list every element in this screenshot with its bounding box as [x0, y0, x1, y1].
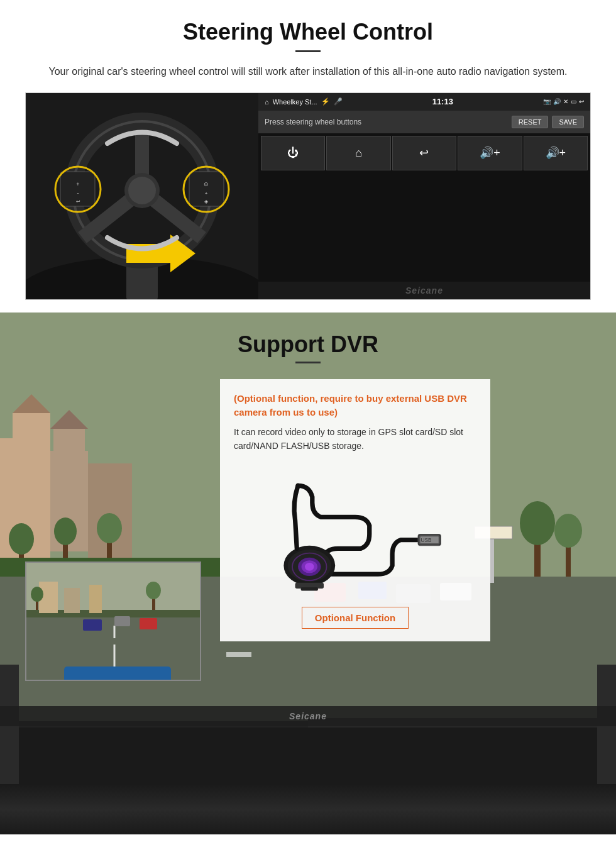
- svg-point-9: [128, 177, 156, 204]
- title-underline: [295, 50, 321, 52]
- dvr-title-underline: [295, 362, 321, 363]
- svg-rect-69: [140, 618, 157, 629]
- android-statusbar: ⌂ Wheelkey St... ⚡ 🎤 11:13 📷 🔊 ✕ ▭ ↩: [258, 93, 590, 111]
- seicane-watermark-dvr: Seicane: [0, 706, 616, 726]
- toolbar-label: Press steering wheel buttons: [265, 118, 361, 126]
- grid-cell-vol-down[interactable]: 🔊+: [524, 136, 588, 170]
- svg-rect-81: [301, 587, 318, 590]
- dvr-optional-text: (Optional function, require to buy exter…: [234, 392, 476, 420]
- mic-icon: 🎤: [334, 97, 343, 106]
- steering-section: Steering Wheel Control Your original car…: [0, 0, 616, 313]
- camera-icon: 📷: [543, 98, 551, 105]
- svg-text:◈: ◈: [204, 199, 209, 204]
- steering-title: Steering Wheel Control: [25, 19, 591, 45]
- grid-cell-home[interactable]: ⌂: [326, 136, 390, 170]
- dvr-camera-svg: USB: [261, 468, 449, 594]
- grid-cell-vol-up[interactable]: 🔊+: [458, 136, 522, 170]
- svg-rect-62: [89, 585, 102, 613]
- back-icon: ↩: [579, 98, 584, 105]
- dvr-left-col: [25, 379, 207, 681]
- toolbar-buttons: RESET SAVE: [512, 116, 584, 128]
- usb-icon: ⚡: [321, 97, 330, 106]
- svg-rect-68: [114, 616, 130, 626]
- save-button[interactable]: SAVE: [552, 116, 584, 128]
- svg-point-66: [146, 582, 161, 599]
- reset-button[interactable]: RESET: [512, 116, 549, 128]
- dashboard-bottom: [0, 784, 616, 834]
- app-name: Wheelkey St...: [273, 98, 317, 106]
- dvr-small-preview: [25, 562, 201, 681]
- screen-icon: ▭: [571, 98, 576, 105]
- svg-text:-: -: [77, 190, 79, 196]
- grid-cell-power[interactable]: ⏻: [261, 136, 325, 170]
- svg-point-78: [305, 563, 314, 571]
- dvr-camera-image: USB: [234, 462, 476, 600]
- dvr-preview-svg: [26, 563, 201, 681]
- statusbar-left: ⌂ Wheelkey St... ⚡ 🎤: [265, 97, 343, 106]
- optional-function-badge: Optional Function: [302, 607, 409, 629]
- dvr-main-layout: (Optional function, require to buy exter…: [25, 379, 591, 681]
- dvr-title: Support DVR: [25, 331, 591, 358]
- svg-text:+: +: [76, 181, 79, 187]
- svg-text:⊙: ⊙: [204, 181, 209, 187]
- dvr-title-area: Support DVR: [25, 331, 591, 363]
- steering-wheel-photo: + - ↩ ⊙ + ◈: [26, 93, 258, 299]
- steering-description: Your original car's steering wheel contr…: [25, 64, 591, 80]
- svg-text:↩: ↩: [76, 199, 80, 204]
- svg-rect-61: [64, 588, 80, 613]
- android-function-grid: ⏻ ⌂ ↩ 🔊+ 🔊+: [258, 133, 590, 282]
- seicane-watermark-steering: Seicane: [258, 282, 590, 299]
- steering-composite-image: + - ↩ ⊙ + ◈ ⌂: [25, 92, 591, 300]
- dvr-content: Support DVR: [0, 313, 616, 694]
- optional-function-container: Optional Function: [234, 600, 476, 629]
- android-screen: ⌂ Wheelkey St... ⚡ 🎤 11:13 📷 🔊 ✕ ▭ ↩ Pre…: [258, 93, 590, 299]
- statusbar-right: 📷 🔊 ✕ ▭ ↩: [543, 98, 584, 105]
- dvr-right-col: (Optional function, require to buy exter…: [220, 379, 591, 642]
- home-icon: ⌂: [265, 98, 269, 106]
- statusbar-time: 11:13: [432, 97, 453, 106]
- android-toolbar: Press steering wheel buttons RESET SAVE: [258, 111, 590, 133]
- svg-point-64: [31, 587, 43, 602]
- svg-rect-70: [64, 667, 171, 681]
- dvr-description: It can record video only to storage in G…: [234, 425, 476, 453]
- svg-text:+: +: [205, 191, 208, 196]
- grid-cell-back[interactable]: ↩: [392, 136, 456, 170]
- svg-rect-50: [0, 728, 616, 784]
- svg-text:USB: USB: [421, 538, 432, 544]
- volume-icon: 🔊: [553, 98, 561, 105]
- dvr-section: Support DVR: [0, 313, 616, 784]
- dvr-info-panel: (Optional function, require to buy exter…: [220, 379, 490, 642]
- x-icon: ✕: [563, 98, 568, 105]
- svg-rect-67: [83, 619, 102, 631]
